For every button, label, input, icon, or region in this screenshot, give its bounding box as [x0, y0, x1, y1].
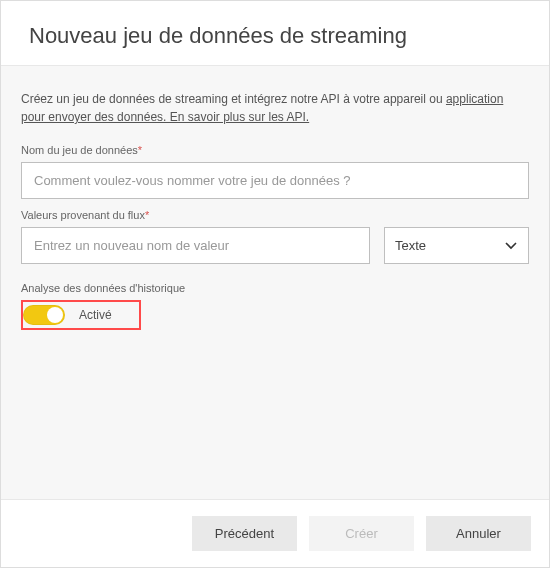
value-type-select[interactable]: Texte	[384, 227, 529, 264]
dataset-name-label: Nom du jeu de données*	[21, 144, 529, 156]
required-mark: *	[138, 144, 142, 156]
stream-values-label: Valeurs provenant du flux*	[21, 209, 529, 221]
value-type-selected: Texte	[395, 238, 426, 253]
value-row: Texte	[21, 227, 529, 264]
dialog-footer: Précédent Créer Annuler	[1, 499, 549, 567]
previous-button[interactable]: Précédent	[192, 516, 297, 551]
history-toggle[interactable]	[23, 305, 65, 325]
description-text: Créez un jeu de données de streaming et …	[21, 92, 446, 106]
dialog-description: Créez un jeu de données de streaming et …	[21, 90, 529, 126]
required-mark: *	[145, 209, 149, 221]
dataset-name-input[interactable]	[21, 162, 529, 199]
history-toggle-highlight: Activé	[21, 300, 141, 330]
history-analysis-label: Analyse des données d'historique	[21, 282, 529, 294]
history-analysis-section: Analyse des données d'historique Activé	[21, 282, 529, 330]
chevron-down-icon	[504, 239, 518, 253]
value-name-input[interactable]	[21, 227, 370, 264]
toggle-knob	[47, 307, 63, 323]
dialog-title: Nouveau jeu de données de streaming	[1, 1, 549, 65]
history-toggle-state: Activé	[79, 308, 112, 322]
create-button: Créer	[309, 516, 414, 551]
cancel-button[interactable]: Annuler	[426, 516, 531, 551]
dialog-body: Créez un jeu de données de streaming et …	[1, 65, 549, 499]
streaming-dataset-dialog: Nouveau jeu de données de streaming Crée…	[0, 0, 550, 568]
